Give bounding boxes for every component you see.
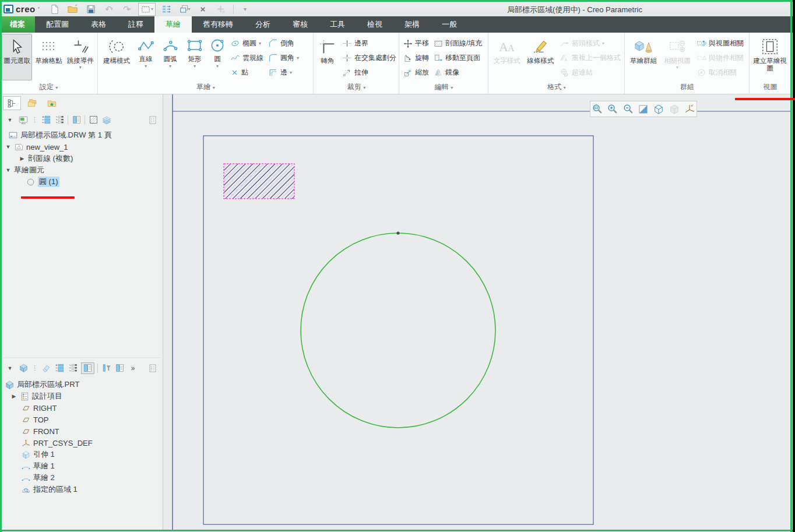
- move-to-sheet-button[interactable]: 移動至頁面: [432, 51, 484, 65]
- tree-row-design-items[interactable]: ▶ 設計項目: [0, 390, 163, 402]
- ellipse-button[interactable]: 橢圓▾: [228, 36, 265, 51]
- layers-display-button[interactable]: [101, 114, 112, 126]
- tree-row-drawing[interactable]: 局部標示區域.DRW 第 1 頁: [0, 129, 163, 141]
- tree-options-dropdown[interactable]: ▼: [5, 114, 15, 126]
- customize-toolbar-button[interactable]: ▾: [239, 3, 253, 16]
- regenerate-button[interactable]: [160, 3, 174, 16]
- line-style-button[interactable]: 線條樣式: [525, 34, 557, 80]
- overflow-button[interactable]: »: [128, 362, 138, 374]
- tree-row-top-plane[interactable]: TOP: [0, 414, 163, 425]
- circle-button[interactable]: 圓 ▾: [207, 34, 227, 79]
- tab-review[interactable]: 審核: [282, 16, 319, 33]
- new-document-button[interactable]: [48, 3, 62, 16]
- tree-settings-button[interactable]: [147, 114, 158, 126]
- tree-settings-button[interactable]: [147, 362, 158, 374]
- tab-tools[interactable]: 工具: [319, 16, 356, 33]
- item-select-button[interactable]: 圖元選取: [2, 34, 32, 80]
- tab-model-tree[interactable]: [3, 96, 21, 110]
- collapse-all-button[interactable]: [68, 362, 78, 374]
- translate-button[interactable]: 平移: [402, 36, 431, 51]
- arrow-style-button[interactable]: 箭頭樣式▾: [558, 36, 622, 51]
- tree-row-sketch-2[interactable]: 草繪 2: [0, 472, 163, 484]
- rotate-button[interactable]: 旋轉: [402, 51, 431, 65]
- section-display-button[interactable]: [88, 114, 99, 126]
- expand-arrow-icon[interactable]: ▶: [10, 393, 17, 399]
- sketch-grid-button[interactable]: 草繪格點: [33, 34, 64, 80]
- tree-row-new-view-1[interactable]: ▼ new_view_1: [0, 141, 163, 153]
- jog-guide-button[interactable]: 跳接導件 ▾: [65, 34, 96, 80]
- tree-row-sketch-entities[interactable]: ▼ 草繪圖元: [0, 164, 163, 176]
- display-style-button[interactable]: [667, 102, 681, 116]
- selection-filter-button[interactable]: ▾: [138, 3, 156, 16]
- group-label-view[interactable]: 視圖: [750, 82, 790, 93]
- tab-legacy-migration[interactable]: 舊有移轉: [192, 16, 244, 33]
- circle-top-point[interactable]: [396, 231, 399, 234]
- tab-table[interactable]: 表格: [80, 16, 117, 33]
- tree-columns-toggle[interactable]: [81, 362, 94, 374]
- tab-framework[interactable]: 架構: [393, 16, 431, 33]
- relate-to-object-button[interactable]: 與物件相關: [695, 51, 745, 65]
- hyperlink-button[interactable]: 超連結: [558, 65, 622, 80]
- collapse-all-button[interactable]: [54, 114, 65, 126]
- text-style-button[interactable]: 文字樣式: [491, 34, 523, 80]
- related-view-button[interactable]: 相關視圖 ▾: [661, 34, 694, 80]
- arc-button[interactable]: 圓弧 ▾: [159, 34, 182, 79]
- redo-button[interactable]: ↷▾: [120, 3, 134, 16]
- scale-button[interactable]: 縮放: [402, 65, 431, 80]
- group-label-edit[interactable]: 編輯 ▾: [400, 82, 488, 93]
- create-sketch-view-button[interactable]: 建立草繪視圖: [752, 34, 788, 80]
- active-model-icon[interactable]: [18, 362, 29, 374]
- tab-view[interactable]: 檢視: [356, 16, 393, 33]
- group-label-trim[interactable]: 裁剪 ▾: [314, 82, 399, 93]
- graphics-area[interactable]: [163, 94, 790, 530]
- fillet-button[interactable]: 圓角▾: [266, 51, 301, 65]
- tree-row-right-plane[interactable]: RIGHT: [0, 402, 163, 414]
- saved-views-button[interactable]: [652, 102, 666, 116]
- sketch-circle[interactable]: [301, 233, 495, 428]
- sketch-group-button[interactable]: 草繪群組: [627, 34, 660, 80]
- tree-row-csys[interactable]: PRT_CSYS_DEF: [0, 437, 163, 449]
- tree-row-part[interactable]: 局部標示區域.PRT: [0, 379, 163, 390]
- group-label-format[interactable]: 格式 ▾: [489, 82, 624, 93]
- group-label-settings[interactable]: 設定 ▾: [0, 82, 97, 93]
- tab-analysis[interactable]: 分析: [244, 16, 282, 33]
- hatched-region[interactable]: [224, 164, 294, 199]
- expand-all-button[interactable]: [54, 362, 65, 374]
- corner-button[interactable]: 轉角: [316, 34, 339, 80]
- hatch-fill-button[interactable]: 剖面線/填充: [432, 36, 484, 51]
- point-button[interactable]: 點: [228, 65, 265, 80]
- tree-row-section-lines[interactable]: ▶ 剖面線 (複數): [0, 153, 163, 164]
- tab-layout[interactable]: 配置圖: [35, 16, 80, 33]
- expand-all-button[interactable]: [41, 114, 51, 126]
- tree-filter-button[interactable]: [101, 362, 111, 374]
- tab-file[interactable]: 檔案: [0, 16, 35, 33]
- tree-row-sketch-1[interactable]: 草繪 1: [0, 460, 163, 472]
- tree-row-circle-1[interactable]: 圓 (1): [0, 176, 163, 188]
- group-label-group[interactable]: 群組: [625, 82, 749, 93]
- spline-button[interactable]: 雲規線: [228, 51, 265, 65]
- chamfer-button[interactable]: 倒角: [266, 36, 301, 51]
- tree-row-assigned-region-1[interactable]: 指定的區域 1: [0, 484, 163, 495]
- window-manager-button[interactable]: ▾: [178, 3, 192, 16]
- tree-row-front-plane[interactable]: FRONT: [0, 425, 163, 437]
- unrelate-button[interactable]: 取消相關: [695, 65, 745, 80]
- open-button[interactable]: [66, 3, 80, 16]
- relate-to-view-button[interactable]: 與視圖相關: [695, 36, 745, 51]
- tab-general[interactable]: 一般: [431, 16, 468, 33]
- repeat-last-format-button[interactable]: 重複上一個格式: [558, 51, 622, 65]
- collapse-arrow-icon[interactable]: ▼: [5, 144, 12, 150]
- mirror-button[interactable]: 鏡像: [432, 65, 484, 80]
- group-label-sketch[interactable]: 草繪 ▾: [99, 82, 313, 93]
- tree-options-dropdown[interactable]: ▼: [5, 362, 15, 374]
- save-button[interactable]: [84, 3, 98, 16]
- tree-columns-button[interactable]: [114, 362, 125, 374]
- tab-layer-tree[interactable]: [23, 96, 41, 110]
- datum-display-filters-button[interactable]: [683, 102, 696, 116]
- bound-button[interactable]: 邊界: [340, 36, 398, 51]
- close-window-button[interactable]: ×: [196, 3, 210, 16]
- zoom-out-button[interactable]: [621, 102, 635, 116]
- eraser-button[interactable]: [41, 362, 51, 374]
- rectangle-button[interactable]: 矩形 ▾: [183, 34, 206, 79]
- tab-annotate[interactable]: 註釋: [117, 16, 154, 33]
- active-window-icon[interactable]: [18, 114, 29, 126]
